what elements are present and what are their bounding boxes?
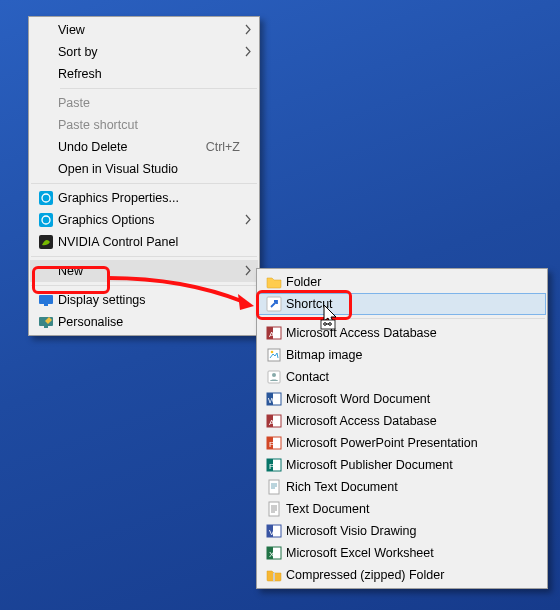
menu-label: New — [58, 264, 240, 278]
menu-label: Shortcut — [286, 297, 528, 311]
powerpoint-icon: P — [262, 435, 286, 451]
bitmap-icon — [262, 347, 286, 363]
contact-icon — [262, 369, 286, 385]
svg-point-16 — [272, 373, 276, 377]
menu-label: Undo Delete — [58, 140, 196, 154]
submenu-item-shortcut[interactable]: Shortcut — [258, 293, 546, 315]
svg-text:W: W — [268, 396, 276, 405]
excel-icon: X — [262, 545, 286, 561]
submenu-item-publisher[interactable]: P Microsoft Publisher Document — [258, 454, 546, 476]
menu-item-view[interactable]: View — [30, 19, 258, 41]
menu-item-personalise[interactable]: Personalise — [30, 311, 258, 333]
chevron-right-icon — [244, 265, 252, 276]
submenu-item-access-database-2[interactable]: A Microsoft Access Database — [258, 410, 546, 432]
menu-label: Sort by — [58, 45, 240, 59]
chevron-right-icon — [244, 214, 252, 225]
submenu-item-visio[interactable]: V Microsoft Visio Drawing — [258, 520, 546, 542]
menu-item-new[interactable]: New — [30, 260, 258, 282]
menu-label: Microsoft PowerPoint Presentation — [286, 436, 528, 450]
menu-item-graphics-properties[interactable]: Graphics Properties... — [30, 187, 258, 209]
svg-rect-8 — [44, 326, 48, 328]
svg-text:X: X — [269, 550, 275, 559]
desktop-context-menu: View Sort by Refresh Paste Paste shortcu… — [28, 16, 260, 336]
menu-item-display-settings[interactable]: Display settings — [30, 289, 258, 311]
menu-shortcut: Ctrl+Z — [206, 140, 240, 154]
svg-text:A: A — [269, 330, 275, 339]
menu-item-open-visual-studio[interactable]: Open in Visual Studio — [30, 158, 258, 180]
submenu-item-access-database[interactable]: A Microsoft Access Database — [258, 322, 546, 344]
intel-icon — [34, 190, 58, 206]
menu-label: Graphics Options — [58, 213, 240, 227]
visio-icon: V — [262, 523, 286, 539]
svg-point-14 — [271, 351, 274, 354]
menu-label: Microsoft Word Document — [286, 392, 528, 406]
menu-label: Microsoft Visio Drawing — [286, 524, 528, 538]
submenu-item-zip[interactable]: Compressed (zipped) Folder — [258, 564, 546, 586]
rtf-icon — [262, 479, 286, 495]
display-icon — [34, 292, 58, 308]
menu-label: Microsoft Access Database — [286, 414, 528, 428]
svg-text:A: A — [269, 418, 275, 427]
menu-item-graphics-options[interactable]: Graphics Options — [30, 209, 258, 231]
separator — [288, 318, 545, 319]
menu-label: Graphics Properties... — [58, 191, 240, 205]
menu-label: Microsoft Publisher Document — [286, 458, 528, 472]
menu-label: Open in Visual Studio — [58, 162, 240, 176]
folder-icon — [262, 274, 286, 290]
menu-item-refresh[interactable]: Refresh — [30, 63, 258, 85]
svg-rect-0 — [39, 191, 53, 205]
menu-item-paste: Paste — [30, 92, 258, 114]
submenu-item-rich-text[interactable]: Rich Text Document — [258, 476, 546, 498]
submenu-item-powerpoint[interactable]: P Microsoft PowerPoint Presentation — [258, 432, 546, 454]
menu-label: Display settings — [58, 293, 240, 307]
access-icon: A — [262, 413, 286, 429]
svg-rect-5 — [39, 295, 53, 304]
svg-text:P: P — [269, 440, 274, 449]
submenu-item-contact[interactable]: Contact — [258, 366, 546, 388]
submenu-item-word[interactable]: W Microsoft Word Document — [258, 388, 546, 410]
separator — [31, 183, 257, 184]
menu-item-nvidia-control-panel[interactable]: NVIDIA Control Panel — [30, 231, 258, 253]
svg-text:P: P — [269, 462, 274, 471]
nvidia-icon — [34, 234, 58, 250]
submenu-item-text[interactable]: Text Document — [258, 498, 546, 520]
menu-label: NVIDIA Control Panel — [58, 235, 240, 249]
chevron-right-icon — [244, 24, 252, 35]
menu-label: Personalise — [58, 315, 240, 329]
intel-icon — [34, 212, 58, 228]
menu-label: Microsoft Access Database — [286, 326, 528, 340]
zip-icon — [262, 567, 286, 583]
menu-label: Contact — [286, 370, 528, 384]
svg-text:V: V — [269, 528, 275, 537]
menu-label: Text Document — [286, 502, 528, 516]
svg-rect-6 — [44, 304, 48, 306]
menu-label: Paste shortcut — [58, 118, 240, 132]
menu-item-undo-delete[interactable]: Undo Delete Ctrl+Z — [30, 136, 258, 158]
submenu-item-folder[interactable]: Folder — [258, 271, 546, 293]
menu-item-sort-by[interactable]: Sort by — [30, 41, 258, 63]
menu-label: Microsoft Excel Worksheet — [286, 546, 528, 560]
menu-label: Paste — [58, 96, 240, 110]
menu-label: Bitmap image — [286, 348, 528, 362]
shortcut-icon — [262, 296, 286, 312]
chevron-right-icon — [244, 46, 252, 57]
menu-label: Rich Text Document — [286, 480, 528, 494]
submenu-item-bitmap[interactable]: Bitmap image — [258, 344, 546, 366]
word-icon: W — [262, 391, 286, 407]
text-icon — [262, 501, 286, 517]
menu-item-paste-shortcut: Paste shortcut — [30, 114, 258, 136]
menu-label: Compressed (zipped) Folder — [286, 568, 528, 582]
access-icon: A — [262, 325, 286, 341]
svg-rect-2 — [39, 213, 53, 227]
svg-rect-37 — [273, 573, 275, 581]
menu-label: Refresh — [58, 67, 240, 81]
svg-rect-30 — [269, 502, 279, 516]
separator — [31, 256, 257, 257]
personalise-icon — [34, 314, 58, 330]
svg-rect-29 — [269, 480, 279, 494]
new-submenu: Folder Shortcut A Microsoft Access Datab… — [256, 268, 548, 589]
menu-label: Folder — [286, 275, 528, 289]
submenu-item-excel[interactable]: X Microsoft Excel Worksheet — [258, 542, 546, 564]
separator — [31, 285, 257, 286]
separator — [60, 88, 257, 89]
